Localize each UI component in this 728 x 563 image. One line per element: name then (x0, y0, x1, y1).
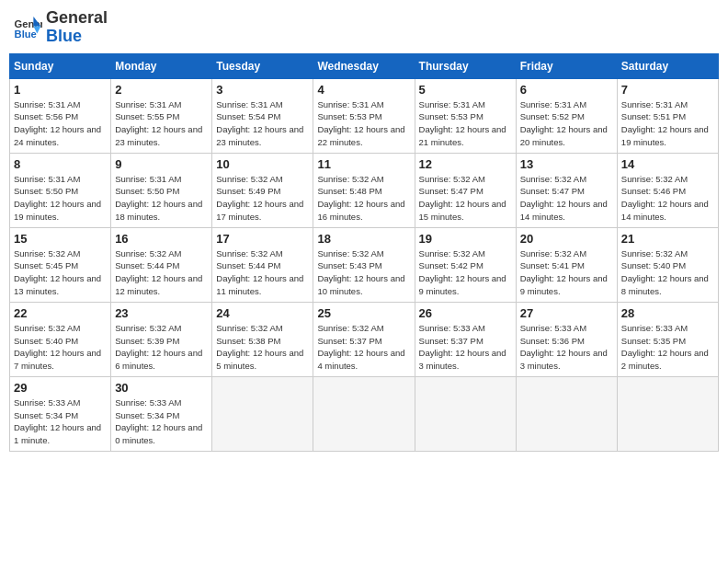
day-number: 7 (621, 83, 714, 97)
day-number: 9 (115, 157, 208, 171)
calendar-cell: 13Sunrise: 5:32 AM Sunset: 5:47 PM Dayli… (516, 153, 617, 227)
calendar-cell (516, 376, 617, 451)
day-number: 30 (115, 381, 208, 395)
calendar-cell: 25Sunrise: 5:32 AM Sunset: 5:37 PM Dayli… (313, 302, 415, 376)
calendar-cell (617, 376, 718, 451)
calendar-cell: 2Sunrise: 5:31 AM Sunset: 5:55 PM Daylig… (111, 78, 212, 153)
day-number: 19 (419, 232, 512, 246)
calendar-cell: 22Sunrise: 5:32 AM Sunset: 5:40 PM Dayli… (10, 302, 111, 376)
day-detail: Sunrise: 5:32 AM Sunset: 5:45 PM Dayligh… (14, 247, 107, 298)
calendar-cell: 17Sunrise: 5:32 AM Sunset: 5:44 PM Dayli… (212, 227, 313, 302)
calendar-cell: 26Sunrise: 5:33 AM Sunset: 5:37 PM Dayli… (415, 302, 516, 376)
day-number: 25 (317, 306, 410, 320)
day-number: 11 (317, 157, 410, 171)
calendar-cell: 6Sunrise: 5:31 AM Sunset: 5:52 PM Daylig… (516, 78, 617, 153)
day-detail: Sunrise: 5:32 AM Sunset: 5:37 PM Dayligh… (317, 322, 410, 373)
day-number: 24 (216, 306, 309, 320)
day-detail: Sunrise: 5:32 AM Sunset: 5:48 PM Dayligh… (317, 173, 410, 224)
day-detail: Sunrise: 5:31 AM Sunset: 5:51 PM Dayligh… (621, 98, 714, 149)
calendar-table: SundayMondayTuesdayWednesdayThursdayFrid… (9, 53, 719, 452)
day-detail: Sunrise: 5:32 AM Sunset: 5:41 PM Dayligh… (520, 247, 613, 298)
calendar-cell: 11Sunrise: 5:32 AM Sunset: 5:48 PM Dayli… (313, 153, 415, 227)
calendar-cell: 10Sunrise: 5:32 AM Sunset: 5:49 PM Dayli… (212, 153, 313, 227)
day-number: 18 (317, 232, 410, 246)
day-detail: Sunrise: 5:31 AM Sunset: 5:55 PM Dayligh… (115, 98, 208, 149)
day-detail: Sunrise: 5:32 AM Sunset: 5:42 PM Dayligh… (419, 247, 512, 298)
calendar-cell: 30Sunrise: 5:33 AM Sunset: 5:34 PM Dayli… (111, 376, 212, 451)
day-number: 21 (621, 232, 714, 246)
day-detail: Sunrise: 5:32 AM Sunset: 5:47 PM Dayligh… (520, 173, 613, 224)
calendar-cell: 18Sunrise: 5:32 AM Sunset: 5:43 PM Dayli… (313, 227, 415, 302)
day-detail: Sunrise: 5:32 AM Sunset: 5:47 PM Dayligh… (419, 173, 512, 224)
day-number: 15 (14, 232, 107, 246)
calendar-cell: 24Sunrise: 5:32 AM Sunset: 5:38 PM Dayli… (212, 302, 313, 376)
day-detail: Sunrise: 5:32 AM Sunset: 5:49 PM Dayligh… (216, 173, 309, 224)
day-number: 4 (317, 83, 410, 97)
day-detail: Sunrise: 5:32 AM Sunset: 5:38 PM Dayligh… (216, 322, 309, 373)
day-detail: Sunrise: 5:32 AM Sunset: 5:40 PM Dayligh… (621, 247, 714, 298)
day-detail: Sunrise: 5:31 AM Sunset: 5:53 PM Dayligh… (419, 98, 512, 149)
day-number: 28 (621, 306, 714, 320)
weekday-header-sunday: Sunday (10, 53, 111, 78)
day-number: 26 (419, 306, 512, 320)
svg-text:Blue: Blue (15, 29, 37, 40)
calendar-cell: 3Sunrise: 5:31 AM Sunset: 5:54 PM Daylig… (212, 78, 313, 153)
calendar-cell (212, 376, 313, 451)
day-detail: Sunrise: 5:31 AM Sunset: 5:50 PM Dayligh… (14, 173, 107, 224)
day-number: 13 (520, 157, 613, 171)
calendar-cell (313, 376, 415, 451)
day-detail: Sunrise: 5:33 AM Sunset: 5:35 PM Dayligh… (621, 322, 714, 373)
calendar-cell: 8Sunrise: 5:31 AM Sunset: 5:50 PM Daylig… (10, 153, 111, 227)
logo-icon: General Blue (13, 13, 42, 42)
calendar-week-row: 8Sunrise: 5:31 AM Sunset: 5:50 PM Daylig… (10, 153, 719, 227)
day-number: 3 (216, 83, 309, 97)
day-detail: Sunrise: 5:32 AM Sunset: 5:44 PM Dayligh… (216, 247, 309, 298)
calendar-cell (415, 376, 516, 451)
day-detail: Sunrise: 5:32 AM Sunset: 5:40 PM Dayligh… (14, 322, 107, 373)
day-detail: Sunrise: 5:32 AM Sunset: 5:44 PM Dayligh… (115, 247, 208, 298)
day-detail: Sunrise: 5:31 AM Sunset: 5:52 PM Dayligh… (520, 98, 613, 149)
weekday-header-thursday: Thursday (415, 53, 516, 78)
calendar-week-row: 22Sunrise: 5:32 AM Sunset: 5:40 PM Dayli… (10, 302, 719, 376)
day-detail: Sunrise: 5:31 AM Sunset: 5:50 PM Dayligh… (115, 173, 208, 224)
calendar-cell: 21Sunrise: 5:32 AM Sunset: 5:40 PM Dayli… (617, 227, 718, 302)
calendar-cell: 1Sunrise: 5:31 AM Sunset: 5:56 PM Daylig… (10, 78, 111, 153)
calendar-week-row: 15Sunrise: 5:32 AM Sunset: 5:45 PM Dayli… (10, 227, 719, 302)
calendar-cell: 7Sunrise: 5:31 AM Sunset: 5:51 PM Daylig… (617, 78, 718, 153)
calendar-cell: 19Sunrise: 5:32 AM Sunset: 5:42 PM Dayli… (415, 227, 516, 302)
calendar-week-row: 1Sunrise: 5:31 AM Sunset: 5:56 PM Daylig… (10, 78, 719, 153)
calendar-cell: 9Sunrise: 5:31 AM Sunset: 5:50 PM Daylig… (111, 153, 212, 227)
logo: General Blue General Blue (13, 9, 108, 46)
day-number: 29 (14, 381, 107, 395)
day-detail: Sunrise: 5:33 AM Sunset: 5:34 PM Dayligh… (14, 396, 107, 447)
logo-text-blue: Blue (46, 28, 108, 46)
day-detail: Sunrise: 5:32 AM Sunset: 5:39 PM Dayligh… (115, 322, 208, 373)
calendar-cell: 5Sunrise: 5:31 AM Sunset: 5:53 PM Daylig… (415, 78, 516, 153)
calendar-cell: 16Sunrise: 5:32 AM Sunset: 5:44 PM Dayli… (111, 227, 212, 302)
day-number: 8 (14, 157, 107, 171)
calendar-cell: 15Sunrise: 5:32 AM Sunset: 5:45 PM Dayli… (10, 227, 111, 302)
weekday-header-row: SundayMondayTuesdayWednesdayThursdayFrid… (10, 53, 719, 78)
day-detail: Sunrise: 5:31 AM Sunset: 5:54 PM Dayligh… (216, 98, 309, 149)
calendar-week-row: 29Sunrise: 5:33 AM Sunset: 5:34 PM Dayli… (10, 376, 719, 451)
day-number: 12 (419, 157, 512, 171)
day-number: 16 (115, 232, 208, 246)
calendar-cell: 4Sunrise: 5:31 AM Sunset: 5:53 PM Daylig… (313, 78, 415, 153)
weekday-header-monday: Monday (111, 53, 212, 78)
calendar-cell: 14Sunrise: 5:32 AM Sunset: 5:46 PM Dayli… (617, 153, 718, 227)
calendar-cell: 20Sunrise: 5:32 AM Sunset: 5:41 PM Dayli… (516, 227, 617, 302)
day-detail: Sunrise: 5:32 AM Sunset: 5:43 PM Dayligh… (317, 247, 410, 298)
weekday-header-wednesday: Wednesday (313, 53, 415, 78)
weekday-header-saturday: Saturday (617, 53, 718, 78)
day-detail: Sunrise: 5:33 AM Sunset: 5:37 PM Dayligh… (419, 322, 512, 373)
calendar-cell: 12Sunrise: 5:32 AM Sunset: 5:47 PM Dayli… (415, 153, 516, 227)
calendar-cell: 28Sunrise: 5:33 AM Sunset: 5:35 PM Dayli… (617, 302, 718, 376)
day-number: 22 (14, 306, 107, 320)
day-number: 1 (14, 83, 107, 97)
day-detail: Sunrise: 5:33 AM Sunset: 5:34 PM Dayligh… (115, 396, 208, 447)
day-detail: Sunrise: 5:32 AM Sunset: 5:46 PM Dayligh… (621, 173, 714, 224)
day-number: 17 (216, 232, 309, 246)
day-number: 20 (520, 232, 613, 246)
day-number: 5 (419, 83, 512, 97)
day-number: 14 (621, 157, 714, 171)
